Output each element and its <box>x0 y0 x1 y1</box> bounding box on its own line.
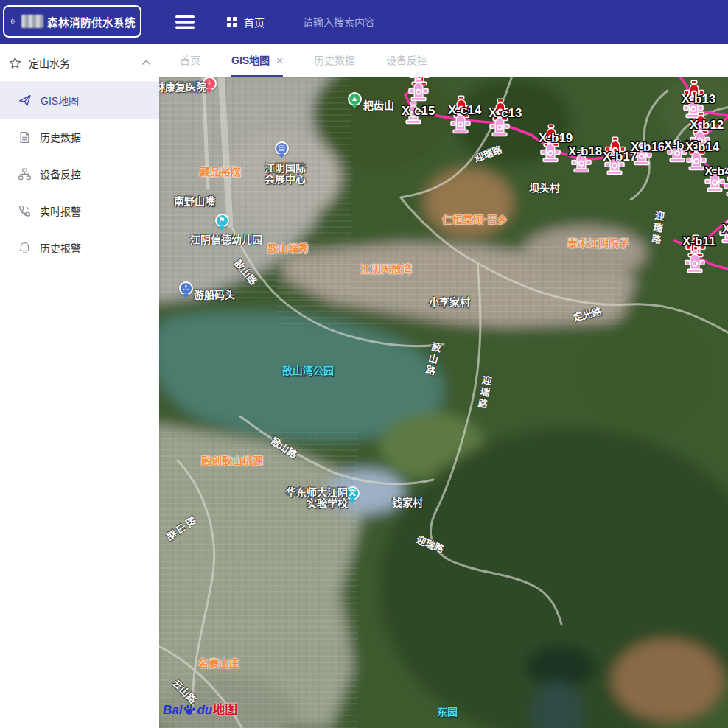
sitemap-icon <box>18 168 31 181</box>
poi-label: 敔山湾公园 <box>282 365 334 377</box>
tab-设备反控[interactable]: 设备反控 <box>386 44 427 77</box>
tab-bar: 首页GIS地图×历史数据设备反控 <box>159 44 728 77</box>
sidebar-item-label: 历史数据 <box>40 130 81 144</box>
poi-label: 钱家村 <box>392 497 423 508</box>
search-input[interactable] <box>301 15 415 29</box>
poi-label: 敔山嶺秀 <box>267 243 309 254</box>
device-label: X-c15 <box>402 104 435 119</box>
baidu-map-word: 地图 <box>212 704 237 716</box>
tab-label: 首页 <box>180 52 200 67</box>
signal-arcs-logo-icon <box>9 12 18 31</box>
app-logo: 森林消防供水系统 <box>3 5 141 38</box>
poi-label: 泰禾江阴院子 <box>567 238 629 249</box>
device-label: X-c13 <box>489 106 522 121</box>
tab-历史数据[interactable]: 历史数据 <box>314 44 355 77</box>
poi-label: 融创敔山桃源 <box>201 455 263 466</box>
poi-label: 江阴国际会展中心 <box>262 163 308 185</box>
device-label: X-b16 <box>631 140 665 155</box>
road-and-pipeline-lines <box>159 77 728 728</box>
kindergarten-pin[interactable]: ⚑ <box>215 214 229 228</box>
sidebar-item-label: GIS地图 <box>41 93 79 108</box>
poi-label: 小李家村 <box>429 297 470 308</box>
dock-pin[interactable]: ⚓ <box>179 281 193 295</box>
poi-label: 江阴天敔湾 <box>360 264 412 275</box>
device-label: X-b18 <box>568 144 602 159</box>
poi-label: 坝头村 <box>529 183 560 194</box>
sidebar: 定山水务 GIS地图历史数据设备反控实时报警历史报警 <box>0 44 159 728</box>
device-label: X-b4 <box>704 164 728 179</box>
poi-label: 东园 <box>437 707 458 718</box>
gis-map[interactable]: +▲▤⚑⚓文林康复医院耙齿山江阴国际会展中心藏品裕院南野山嘴江阴信德幼儿园敔山嶺… <box>159 77 728 728</box>
app-window: 森林消防供水系统 首页 定山水务 GIS地图历史数据设备反控实时报警历史报警 <box>0 0 728 728</box>
poi-label: 南野山嘴 <box>174 196 215 207</box>
tab-GIS地图[interactable]: GIS地图× <box>231 44 283 77</box>
device-label: X <box>722 222 728 237</box>
breadcrumb-home-label: 首页 <box>244 15 265 29</box>
device-label: X-b13 <box>682 92 715 107</box>
grid-icon <box>227 17 237 27</box>
baidu-paw-icon <box>183 703 196 716</box>
poi-label: 藏品裕院 <box>200 167 241 178</box>
poi-label: 耙齿山 <box>363 100 394 111</box>
sidebar-item-label: 实时报警 <box>40 203 81 218</box>
sidebar-item-设备反控[interactable]: 设备反控 <box>0 155 159 192</box>
sidebar-item-label: 设备反控 <box>40 167 81 181</box>
star-icon <box>9 57 21 69</box>
poi-label: 仁恒棠颂·吾乡 <box>442 214 508 225</box>
pin-glyph: ▲ <box>351 95 358 102</box>
pin-glyph: 文 <box>349 489 356 497</box>
device-label: X-b11 <box>682 234 715 249</box>
pin-glyph: ⚑ <box>219 217 225 224</box>
hydrant-marker-icon-X-b11[interactable] <box>684 250 706 273</box>
poi-label: 华东师大江阴实验学校 <box>286 487 348 509</box>
device-label: X-b12 <box>690 118 724 133</box>
sidebar-item-实时报警[interactable]: 实时报警 <box>0 192 159 229</box>
hamburger-menu-icon[interactable] <box>175 15 195 29</box>
sidebar-item-历史数据[interactable]: 历史数据 <box>0 119 159 155</box>
road-lines <box>159 77 728 727</box>
tab-label: 设备反控 <box>386 52 427 67</box>
poi-label: 江阴信德幼儿园 <box>190 234 262 245</box>
phone-icon <box>18 205 31 217</box>
sidebar-group-dingshan[interactable]: 定山水务 <box>0 44 159 82</box>
top-navbar: 森林消防供水系统 首页 <box>0 0 728 44</box>
pin-glyph: ▤ <box>278 144 284 152</box>
tab-label: GIS地图 <box>231 52 270 67</box>
device-label: X-c14 <box>448 103 481 118</box>
sidebar-item-历史报警[interactable]: 历史报警 <box>0 229 159 266</box>
device-label: X-b14 <box>685 140 719 155</box>
close-icon[interactable]: × <box>276 54 283 66</box>
baidu-map-attribution: Bai du 地图 <box>163 703 237 716</box>
navbar-actions: 首页 <box>159 0 415 44</box>
building-pin[interactable]: ▤ <box>275 141 289 155</box>
baidu-logo-text: Bai <box>163 704 182 716</box>
pin-glyph: + <box>207 80 211 87</box>
censored-logo-text <box>21 15 43 28</box>
device-label: X-b19 <box>539 131 573 146</box>
chevron-up-icon[interactable] <box>142 60 150 66</box>
pin-glyph: ⚓ <box>183 284 189 292</box>
poi-label: 林康复医院 <box>159 82 206 93</box>
app-title: 森林消防供水系统 <box>47 14 136 29</box>
baidu-logo-text: du <box>197 704 212 716</box>
poi-label: 名豪山庄 <box>198 658 239 669</box>
send-icon <box>18 94 32 107</box>
poi-label: 游船码头 <box>194 290 235 301</box>
mountain-pin[interactable]: ▲ <box>348 92 362 106</box>
document-icon <box>18 131 31 144</box>
sidebar-group-label: 定山水务 <box>29 55 142 70</box>
sidebar-item-GIS地图[interactable]: GIS地图 <box>0 82 159 119</box>
sidebar-menu: GIS地图历史数据设备反控实时报警历史报警 <box>0 82 159 266</box>
tab-label: 历史数据 <box>314 52 355 67</box>
tab-首页[interactable]: 首页 <box>180 44 200 77</box>
sidebar-item-label: 历史报警 <box>40 240 81 255</box>
bell-icon <box>18 242 31 254</box>
breadcrumb-home[interactable]: 首页 <box>227 15 265 29</box>
hydrant-marker-icon[interactable] <box>407 78 430 102</box>
